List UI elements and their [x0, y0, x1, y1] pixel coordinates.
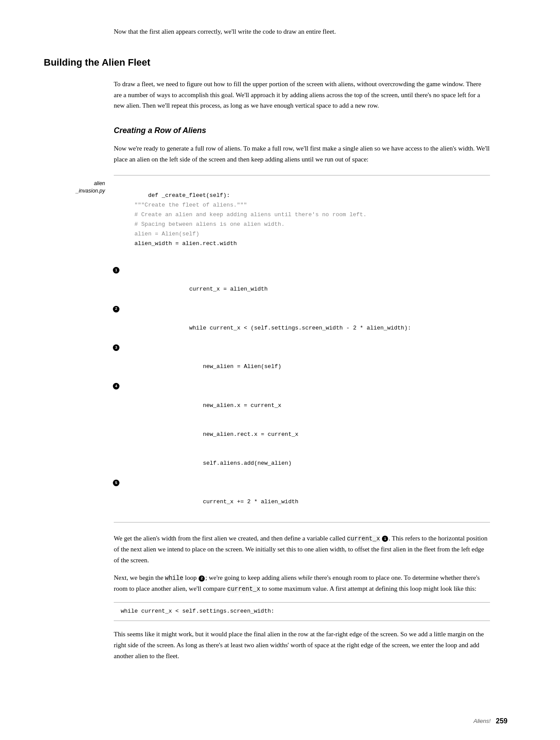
numbered-line-2: 2 while current_x < (self.settings.scree… — [121, 304, 483, 343]
chapter-label: Aliens! — [473, 717, 490, 726]
single-line-code-text: while current_x < self.settings.screen_w… — [121, 608, 274, 614]
numbered-line-4: 4 new_alien.x = current_x — [121, 381, 483, 420]
inline-code-current-x: current_x — [347, 535, 380, 542]
explanation-paragraph-2: Next, we begin the while loop 2; we're g… — [114, 572, 490, 594]
badge-3: 3 — [113, 344, 119, 351]
code-content: def _create_fleet(self): """Create the f… — [114, 175, 490, 263]
explanation-paragraph-1: We get the alien's width from the first … — [114, 533, 490, 566]
page-number: 259 — [496, 715, 508, 727]
page-footer: Aliens! 259 — [473, 715, 508, 727]
file-label: alien _invasion.py — [44, 180, 105, 195]
code-line-2: """Create the fleet of aliens.""" — [121, 202, 247, 208]
subsection-body: Now we're ready to generate a full row o… — [114, 143, 490, 165]
code-line-4: # Spacing between aliens is one alien wi… — [121, 221, 284, 228]
inline-badge-2: 2 — [199, 575, 205, 582]
inline-badge-1: 1 — [382, 536, 388, 542]
inline-code-current-x-2: current_x — [227, 586, 260, 593]
num-line-2-text: while current_x < (self.settings.screen_… — [162, 325, 411, 331]
num-line-5-text: new_alien.rect.x = current_x — [162, 431, 298, 438]
code-line-1: def _create_fleet(self): — [148, 192, 230, 199]
numbered-line-3: 3 new_alien = Alien(self) — [121, 343, 483, 381]
final-explanation-paragraph: This seems like it might work, but it wo… — [114, 629, 490, 661]
subsection-heading: Creating a Row of Aliens — [114, 124, 490, 137]
code-line-6: alien_width = alien.rect.width — [121, 240, 237, 247]
numbered-line-5: 5 current_x += 2 * alien_width — [121, 478, 483, 516]
badge-2: 2 — [113, 306, 119, 312]
badge-4: 4 — [113, 383, 119, 389]
code-line-no-badge-1: new_alien.rect.x = current_x — [121, 420, 483, 449]
num-line-4-text: new_alien.x = current_x — [162, 402, 281, 409]
num-line-7-text: current_x += 2 * alien_width — [162, 498, 298, 505]
code-block-1: alien _invasion.py def _create_fleet(sel… — [114, 175, 490, 522]
section-body: To draw a fleet, we need to figure out h… — [114, 79, 490, 111]
badge-1: 1 — [113, 267, 119, 274]
num-line-1-text: current_x = alien_width — [162, 286, 268, 292]
inline-code-while: while — [165, 575, 183, 582]
code-line-5: alien = Alien(self) — [121, 231, 199, 237]
intro-paragraph: Now that the first alien appears correct… — [114, 26, 490, 37]
numbered-line-1: 1 current_x = alien_width — [121, 265, 483, 304]
num-line-3-text: new_alien = Alien(self) — [162, 363, 281, 370]
section-heading: Building the Alien Fleet — [44, 55, 490, 70]
content-area: Now that the first alien appears correct… — [114, 26, 490, 662]
code-line-no-badge-2: self.aliens.add(new_alien) — [121, 449, 483, 478]
code-line-3: # Create an alien and keep adding aliens… — [121, 211, 367, 218]
italic-while: while — [298, 574, 312, 581]
badge-5: 5 — [113, 480, 119, 486]
page-container: Now that the first alien appears correct… — [0, 0, 560, 740]
num-line-6-text: self.aliens.add(new_alien) — [162, 460, 291, 466]
single-line-code-block: while current_x < self.settings.screen_w… — [114, 602, 490, 621]
